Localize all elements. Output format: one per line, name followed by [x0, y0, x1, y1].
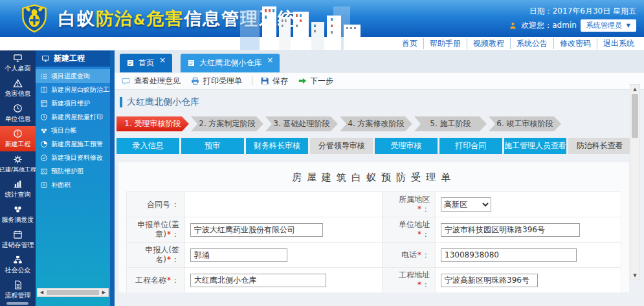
scrollbar-thumb[interactable] [632, 94, 638, 138]
stage-completion-review[interactable]: 6. 竣工审核阶段 [489, 116, 561, 131]
desktop-icon [13, 53, 23, 63]
scrollbar-thumb[interactable] [47, 290, 99, 295]
submenu-item-project-ledger[interactable]: 项目台帐 [36, 124, 110, 137]
org-chart-icon [13, 255, 23, 265]
submenu-horizontal-scrollbar: ◀ ▶ [37, 288, 109, 297]
construction-manager-view-button[interactable]: 施工管理人员查看 [504, 138, 567, 154]
stage-construction[interactable]: 5. 施工阶段 [414, 116, 487, 131]
action-buttons: 录入信息 预审 财务科长审核 分管领导审核 受理审核 打印合同 施工管理人员查看… [117, 138, 631, 154]
unit-address-input[interactable] [441, 223, 580, 237]
phone-label: 电话*： [383, 243, 436, 268]
sidebar-collapse-handle[interactable] [110, 50, 115, 306]
view-opinions-button[interactable]: 查看处理意见 [121, 76, 181, 87]
print-receipt-button[interactable]: 打印受理单 [190, 76, 242, 87]
form-panel: 房屋建筑白蚁预防受理单 合同号： 所属地区*： 高新区 申报单位(盖章)*： 单… [118, 162, 629, 292]
sidebar-item-service-satisfaction[interactable]: 服务满意度 [0, 202, 36, 227]
stage-acceptance-review[interactable]: 1. 受理审核阶段 [117, 116, 189, 131]
check-circle-icon [40, 154, 48, 162]
sidebar-item-unit-info[interactable]: 单位信息 [0, 101, 36, 126]
save-icon [260, 76, 269, 85]
main-sidebar: 个人桌面 危害信息 单位信息 新建工程 已建/其他工程 统计查询 服务满意度 [0, 50, 36, 306]
print-contract-button[interactable]: 打印合同 [439, 138, 502, 154]
submenu-item-new-project-data-modify[interactable]: 新建项目资料修改 [36, 151, 110, 164]
list-icon [40, 72, 48, 80]
cluster-icon [40, 127, 48, 135]
nav-logout[interactable]: 退出系统 [597, 38, 640, 49]
info-icon [13, 129, 23, 138]
bar-chart-icon [13, 179, 23, 189]
project-name-input[interactable] [190, 274, 326, 287]
sidebar-item-public[interactable]: 社会公众 [0, 252, 36, 278]
sidebar-item-personal-desktop[interactable]: 个人桌面 [0, 50, 36, 76]
content-vertical-scrollbar: ▲ ▼ [630, 84, 640, 280]
tab-home[interactable]: 首页 × [120, 54, 172, 72]
sidebar-item-statistics-query[interactable]: 统计查询 [0, 177, 36, 202]
document-icon [13, 280, 23, 290]
image-icon [40, 168, 48, 175]
phone-input[interactable] [441, 248, 577, 262]
nav-home[interactable]: 首页 [396, 38, 424, 49]
leader-review-button[interactable]: 分管领导审核 [310, 138, 373, 154]
nav-video-tutorial[interactable]: 视频教程 [467, 38, 511, 49]
gear-icon [13, 155, 23, 164]
stage-plan-modify[interactable]: 4. 方案修改阶段 [340, 116, 412, 131]
enter-info-button[interactable]: 录入信息 [117, 138, 179, 154]
clock-icon [40, 113, 48, 121]
stage-plan-making[interactable]: 2. 方案制定阶段 [191, 116, 263, 131]
submenu-item-new-termite-prevention-project[interactable]: 新建房屋白蚁防治工程 [36, 83, 110, 96]
scroll-right-arrow-icon[interactable]: ▶ [100, 289, 108, 296]
submenu-panel: 新建工程 项目进度查询 新建房屋白蚁防治工程 新建项目维护 新建房屋批量打印 项… [36, 50, 110, 306]
sidebar-item-built-other-projects[interactable]: 已建/其他工程 [0, 151, 36, 177]
welcome-text: 欢迎您：admin [521, 20, 577, 31]
sidebar-mini-scrollbar[interactable] [6, 302, 28, 305]
chevron-down-icon: ▼ [627, 23, 630, 28]
sidebar-item-new-project[interactable]: 新建工程 [0, 126, 36, 151]
zero-bracket-icon: 0 [40, 181, 48, 189]
submenu-header: 新建工程 [36, 50, 110, 67]
main-content: 大红鹰北侧小仓库 1. 受理审核阶段 2. 方案制定阶段 3. 基础处理阶段 4… [115, 90, 644, 306]
project-address-input[interactable] [441, 274, 538, 287]
tab-warehouse-project[interactable]: 大红鹰北侧小仓库 × [181, 54, 280, 72]
termite-shield-logo [18, 3, 50, 34]
acceptance-review-button[interactable]: 受理审核 [375, 138, 438, 154]
nav-system-announcement[interactable]: 系统公告 [511, 38, 554, 49]
sidebar-item-inventory-management[interactable]: 进销存管理 [0, 227, 36, 252]
toolbar-separator [252, 76, 252, 85]
scroll-up-arrow-icon[interactable]: ▲ [630, 85, 639, 93]
top-nav-links: 首页 帮助手册 视频教程 系统公告 修改密码 退出系统 [396, 37, 640, 50]
section-accent-bar [120, 97, 122, 107]
stage-foundation-treatment[interactable]: 3. 基础处理阶段 [265, 116, 338, 131]
submenu-item-new-project-maintain[interactable]: 新建项目维护 [36, 96, 110, 110]
close-icon[interactable]: × [267, 56, 273, 65]
sidebar-item-hazard-info[interactable]: 危害信息 [0, 76, 36, 101]
region-select[interactable]: 高新区 [441, 197, 491, 212]
close-icon[interactable]: × [159, 56, 166, 65]
declarant-input[interactable] [190, 248, 287, 262]
role-dropdown[interactable]: 系统管理员▼ [581, 19, 636, 32]
submenu-item-new-house-batch-print[interactable]: 新建房屋批量打印 [36, 110, 110, 124]
welcome-area: 欢迎您：admin 系统管理员▼ [509, 19, 636, 32]
sidebar-item-process-management[interactable]: 流程管理 [0, 278, 36, 303]
toolbar: 查看处理意见 打印受理单 保存 下一步 [115, 72, 644, 90]
warning-icon [13, 78, 23, 88]
contract-no-value [185, 192, 383, 217]
next-step-button[interactable]: 下一步 [298, 76, 333, 87]
comment-icon [121, 77, 131, 85]
section-header: 大红鹰北侧小仓库 [115, 90, 644, 108]
nav-change-password[interactable]: 修改密码 [554, 38, 597, 49]
save-button[interactable]: 保存 [260, 76, 288, 87]
project-address-label: 工程地址*： [383, 268, 436, 293]
control-chief-view-button[interactable]: 防治科长查看 [568, 138, 631, 154]
submenu-item-supplement-area[interactable]: 0 补面积 [36, 178, 110, 191]
pre-review-button[interactable]: 预审 [181, 138, 244, 154]
scroll-left-arrow-icon[interactable]: ◀ [38, 289, 46, 296]
submenu-item-project-progress-query[interactable]: 项目进度查询 [36, 69, 110, 83]
declare-unit-label: 申报单位(盖章)*： [127, 217, 185, 243]
declare-unit-input[interactable] [190, 223, 323, 237]
region-label: 所属地区*： [383, 192, 436, 217]
submenu-item-new-house-construction-warning[interactable]: 新建房屋施工预警 [36, 137, 110, 151]
nav-help-manual[interactable]: 帮助手册 [424, 38, 467, 49]
submenu-item-prevention-maintain-map[interactable]: 预防维护图 [36, 164, 110, 178]
finance-chief-review-button[interactable]: 财务科长审核 [246, 138, 309, 154]
scroll-down-arrow-icon[interactable]: ▼ [630, 271, 639, 279]
